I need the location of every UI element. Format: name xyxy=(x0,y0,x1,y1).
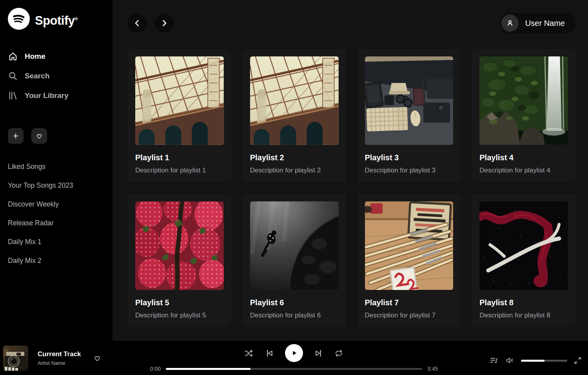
sidebar-playlist-link[interactable]: Daily Mix 2 xyxy=(8,251,105,270)
duration-time: 3:45 xyxy=(427,366,441,372)
playlist-title: Playlist 6 xyxy=(250,298,339,307)
playlist-description: Description for playlist 7 xyxy=(365,312,454,319)
playlist-description: Description for playlist 1 xyxy=(135,167,224,174)
playlist-card[interactable]: Playlist 1 Description for playlist 1 xyxy=(128,49,231,182)
playlist-description: Description for playlist 3 xyxy=(365,167,454,174)
shuffle-button[interactable] xyxy=(244,348,254,358)
playlist-cover-art xyxy=(365,201,454,290)
now-playing-section: Current Track Artist Name xyxy=(0,346,102,371)
transport-controls xyxy=(244,344,344,362)
sidebar-playlist-link[interactable]: Daily Mix 1 xyxy=(8,232,105,251)
library-actions xyxy=(8,128,105,144)
repeat-icon xyxy=(334,348,344,358)
play-button[interactable] xyxy=(285,344,303,362)
user-name-label: User Name xyxy=(525,19,565,28)
plus-icon xyxy=(12,132,20,140)
track-info: Current Track Artist Name xyxy=(38,350,81,366)
player-bar: Current Track Artist Name xyxy=(0,341,588,375)
antler-red-ribbon-art xyxy=(479,201,568,290)
queue-icon xyxy=(490,356,499,365)
previous-icon xyxy=(265,348,274,358)
playlist-grid: Playlist 1 Description for playlist 1 xyxy=(113,33,588,327)
playlist-cover-art xyxy=(250,56,339,145)
user-menu-button[interactable]: User Name xyxy=(500,13,575,33)
playlist-title: Playlist 5 xyxy=(135,298,224,307)
sidebar-playlist-link[interactable]: Discover Weekly xyxy=(8,195,105,214)
user-icon xyxy=(505,18,515,28)
playlist-title: Playlist 1 xyxy=(135,153,224,162)
previous-track-button[interactable] xyxy=(265,348,274,358)
playlist-description: Description for playlist 6 xyxy=(250,312,339,319)
sidebar-item-label: Search xyxy=(25,72,49,80)
sidebar-item-home[interactable]: Home xyxy=(8,47,105,66)
sidebar-item-your-library[interactable]: Your Library xyxy=(8,86,105,105)
progress-fill xyxy=(166,368,250,370)
search-icon xyxy=(8,71,18,81)
playlist-cover-art xyxy=(250,201,339,290)
brand-name: Spotify® xyxy=(35,8,78,32)
main-header: User Name xyxy=(113,0,588,33)
track-artist: Artist Name xyxy=(38,360,81,366)
playlist-card[interactable]: Playlist 7 Description for playlist 7 xyxy=(358,194,461,327)
playlist-cover-art xyxy=(135,201,224,290)
repeat-button[interactable] xyxy=(334,348,344,358)
registered-mark: ® xyxy=(75,16,78,21)
sidebar-playlist-link[interactable]: Liked Songs xyxy=(8,157,105,176)
chevron-left-icon xyxy=(132,18,142,28)
forward-button[interactable] xyxy=(155,14,174,33)
track-title: Current Track xyxy=(38,350,81,358)
playlist-cover-art xyxy=(135,56,224,145)
like-track-button[interactable] xyxy=(93,354,102,362)
volume-fill xyxy=(521,360,544,362)
sidebar-playlists: Liked Songs Your Top Songs 2023 Discover… xyxy=(8,157,105,270)
playlist-title: Playlist 7 xyxy=(365,298,454,307)
expand-icon xyxy=(573,356,582,365)
spotify-brand: Spotify® xyxy=(8,8,105,32)
waterfall-art xyxy=(479,56,568,145)
speaker-icon xyxy=(505,356,515,365)
underwater-diver-art xyxy=(250,201,339,290)
queue-button[interactable] xyxy=(490,356,499,365)
playlist-cover-art xyxy=(365,56,454,145)
player-options xyxy=(490,356,582,365)
wooden-rulers-art xyxy=(365,201,454,290)
sidebar-playlist-link[interactable]: Your Top Songs 2023 xyxy=(8,176,105,195)
playlist-title: Playlist 4 xyxy=(479,153,568,162)
heart-icon xyxy=(93,354,102,362)
progress-bar[interactable] xyxy=(166,368,422,370)
volume-slider[interactable] xyxy=(521,360,567,362)
play-icon xyxy=(290,349,298,357)
playlist-card[interactable]: Playlist 6 Description for playlist 6 xyxy=(243,194,346,327)
sidebar-playlist-link[interactable]: Release Radar xyxy=(8,214,105,232)
sidebar-item-search[interactable]: Search xyxy=(8,66,105,86)
sidebar-item-label: Home xyxy=(25,52,45,61)
playlist-title: Playlist 3 xyxy=(365,153,454,162)
library-icon xyxy=(8,91,18,101)
playlist-description: Description for playlist 4 xyxy=(479,167,568,174)
create-playlist-button[interactable] xyxy=(8,128,24,144)
volume-button[interactable] xyxy=(505,356,515,365)
back-button[interactable] xyxy=(128,14,147,33)
playlist-card[interactable]: Playlist 8 Description for playlist 8 xyxy=(472,194,575,327)
vintage-camera-art xyxy=(3,346,28,371)
home-icon xyxy=(8,51,18,62)
playlist-card[interactable]: Playlist 2 Description for playlist 2 xyxy=(243,49,346,182)
steel-bridge-art xyxy=(250,56,339,145)
app-window: Spotify® Home Search Your Library xyxy=(0,0,588,375)
sidebar: Spotify® Home Search Your Library xyxy=(0,0,113,341)
playlist-card[interactable]: Playlist 5 Description for playlist 5 xyxy=(128,194,231,327)
playlist-cover-art xyxy=(479,56,568,145)
chevron-right-icon xyxy=(160,18,169,28)
playlist-card[interactable]: Playlist 4 Description for playlist 4 xyxy=(472,49,575,182)
fullscreen-button[interactable] xyxy=(573,356,582,365)
player-controls: 0:00 3:45 xyxy=(147,344,441,372)
heart-icon xyxy=(35,132,43,140)
playlist-description: Description for playlist 5 xyxy=(135,312,224,319)
next-track-button[interactable] xyxy=(314,348,323,358)
spotify-logo-icon xyxy=(8,8,30,30)
desk-flatlay-art xyxy=(365,56,454,145)
playlist-cover-art xyxy=(479,201,568,290)
sidebar-item-label: Your Library xyxy=(25,91,69,100)
liked-songs-button[interactable] xyxy=(31,128,47,144)
playlist-card[interactable]: Playlist 3 Description for playlist 3 xyxy=(358,49,461,182)
